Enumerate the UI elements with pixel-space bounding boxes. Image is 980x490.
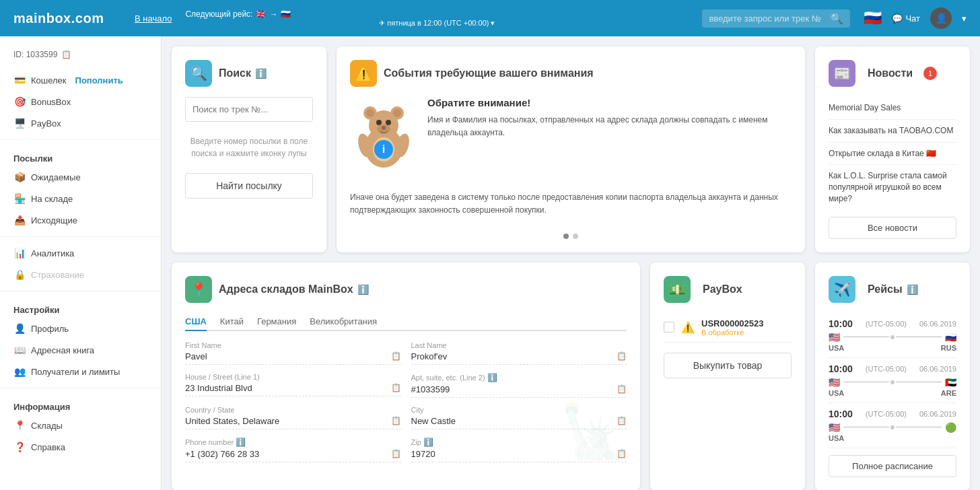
apt-info-icon[interactable]: ℹ️ xyxy=(487,373,497,382)
address-card-header: 📍 Адреса складов MainBox ℹ️ xyxy=(185,276,627,303)
news-item-4[interactable]: Как L.O.L. Surprise стала самой популярн… xyxy=(829,165,956,209)
apt-field: Apt, suite, etc. (Line 2) ℹ️ #1033599 📋 xyxy=(411,373,627,398)
copy-country-icon[interactable]: 📋 xyxy=(391,416,401,425)
header-search-input[interactable] xyxy=(709,13,830,24)
avatar[interactable]: 👤 xyxy=(930,7,952,29)
sidebar-item-help[interactable]: ❓ Справка xyxy=(0,436,161,458)
zip-info-icon[interactable]: ℹ️ xyxy=(423,438,433,447)
country-labels-3: USA xyxy=(829,434,956,442)
flag-from-2: 🇺🇸 xyxy=(829,377,840,388)
tab-germany[interactable]: Германия xyxy=(257,313,296,331)
route-line-2 xyxy=(843,380,942,384)
flight-info: Следующий рейс: 🇬🇧 → 🇷🇺 ✈ пятница в 12:0… xyxy=(185,9,689,28)
sidebar-item-warehouses[interactable]: 📍 Склады xyxy=(0,415,161,436)
copy-zip-icon[interactable]: 📋 xyxy=(617,449,627,458)
sidebar-item-warehouse[interactable]: 🏪 На складе xyxy=(0,188,161,209)
outgoing-icon: 📤 xyxy=(13,215,26,225)
flight-schedule[interactable]: ✈ пятница в 12:00 (UTC +00:00) ▾ xyxy=(185,19,689,28)
tab-usa[interactable]: США xyxy=(185,313,207,331)
bonusbox-icon: 🎯 xyxy=(13,96,26,107)
segment-1 xyxy=(843,337,889,337)
first-name-value: Pavel xyxy=(185,351,388,361)
news-item-1[interactable]: Memorial Day Sales xyxy=(829,97,956,120)
header-search-area[interactable]: 🔍 xyxy=(702,9,850,28)
from-country-1: USA xyxy=(829,344,844,352)
flag-to-1: 🇷🇺 xyxy=(945,332,956,343)
sidebar-item-paybox[interactable]: 🖥️ PayBox xyxy=(0,112,161,134)
logo[interactable]: mainbox.com xyxy=(13,11,121,26)
copy-phone-icon[interactable]: 📋 xyxy=(391,449,401,458)
chevron-down-icon[interactable]: ▾ xyxy=(962,13,967,24)
copy-apt-icon[interactable]: 📋 xyxy=(617,384,627,394)
address-info-icon[interactable]: ℹ️ xyxy=(357,284,369,295)
paybox-icon: 💵 xyxy=(669,281,686,298)
address-card-title-area: Адреса складов MainBox ℹ️ xyxy=(219,283,369,295)
track-search-button[interactable]: 🔍 xyxy=(312,98,313,121)
events-alert-title: Обратите внимание! xyxy=(427,97,792,108)
sidebar-item-bonusbox[interactable]: 🎯 BonusBox xyxy=(0,91,161,112)
copy-city-icon[interactable]: 📋 xyxy=(617,416,627,425)
name-row: First Name Pavel 📋 Last Name Prokof'ev 📋 xyxy=(185,341,627,365)
flag-ru-header[interactable]: 🇷🇺 xyxy=(864,9,882,27)
paybox-item-status: В обработке xyxy=(701,328,792,337)
flight-time-3: 10:00 xyxy=(829,409,853,419)
country-label: Country / State xyxy=(185,406,401,414)
sidebar-item-profile[interactable]: 👤 Профиль xyxy=(0,318,161,339)
flights-info-icon[interactable]: ℹ️ xyxy=(907,284,918,295)
wallet-icon: 💳 xyxy=(13,75,26,85)
wallet-topup-link[interactable]: Пополнить xyxy=(75,75,123,85)
search-card-header: 🔍 Поиск ℹ️ xyxy=(185,60,313,87)
flag-to-2: 🇦🇪 xyxy=(945,377,956,388)
sidebar-item-wallet[interactable]: 💳 Кошелек Пополнить xyxy=(0,69,161,91)
route-line-3 xyxy=(843,425,942,429)
news-icon: 📰 xyxy=(834,65,851,81)
sidebar-item-expected[interactable]: 📦 Ожидаемые xyxy=(0,166,161,188)
flight-date-2: 06.06.2019 xyxy=(919,365,956,373)
alert-icon: ⚠️ xyxy=(355,65,372,81)
recipients-icon: 👥 xyxy=(13,366,26,377)
zip-label: Zip ℹ️ xyxy=(411,438,627,447)
from-country-2: USA xyxy=(829,389,844,397)
country-value: United States, Delaware xyxy=(185,416,388,426)
paybox-checkbox[interactable] xyxy=(664,322,674,332)
chat-button[interactable]: 💬 Чат xyxy=(892,13,920,24)
nav-home-link[interactable]: В начало xyxy=(135,13,172,24)
events-text: Обратите внимание! Имя и Фамилия на посы… xyxy=(427,97,792,139)
header-search-icon[interactable]: 🔍 xyxy=(830,12,843,25)
paybox-card: 💵 PayBox ⚠️ USR000002523 В обработке Вык… xyxy=(650,262,805,490)
tab-uk[interactable]: Великобритания xyxy=(310,313,377,331)
all-news-button[interactable]: Все новости xyxy=(829,217,956,239)
phone-info-icon[interactable]: ℹ️ xyxy=(236,438,246,447)
copy-firstname-icon[interactable]: 📋 xyxy=(391,351,401,361)
country-labels-2: USA ARE xyxy=(829,389,956,397)
news-item-3[interactable]: Открытие склада в Китае 🇨🇳 xyxy=(829,143,956,166)
copy-id-icon[interactable]: 📋 xyxy=(61,50,71,59)
copy-street-icon[interactable]: 📋 xyxy=(391,383,401,392)
copy-lastname-icon[interactable]: 📋 xyxy=(617,351,627,361)
find-parcel-button[interactable]: Найти посылку xyxy=(185,173,313,199)
paybox-sidebar-icon: 🖥️ xyxy=(13,118,26,129)
sidebar-item-analytics[interactable]: 📊 Аналитика xyxy=(0,242,161,264)
dot-2[interactable] xyxy=(573,234,578,239)
full-schedule-button[interactable]: Полное расписание xyxy=(829,455,956,477)
search-card-title: Поиск xyxy=(219,67,251,79)
flights-card-icon: ✈️ xyxy=(829,276,855,303)
sidebar-item-recipients[interactable]: 👥 Получатели и лимиты xyxy=(0,361,161,382)
phone-field: Phone number ℹ️ +1 (302) 766 28 33 📋 xyxy=(185,438,401,462)
dot-mid-3 xyxy=(890,425,895,429)
news-item-2[interactable]: Как заказывать на TAOBAO.COM xyxy=(829,120,956,143)
search-input-row[interactable]: 🔍 xyxy=(185,97,313,122)
search-info-icon[interactable]: ℹ️ xyxy=(255,68,267,79)
events-card: ⚠️ События требующие вашего внимания xyxy=(337,46,805,252)
track-search-input[interactable] xyxy=(186,99,312,120)
sidebar-item-address-book[interactable]: 📖 Адресная книга xyxy=(0,339,161,361)
tab-china[interactable]: Китай xyxy=(220,313,244,331)
insurance-icon: 🔒 xyxy=(13,269,26,280)
events-content: i Обратите внимание! Имя и Фамилия на по… xyxy=(350,97,792,171)
address-tabs: США Китай Германия Великобритания xyxy=(185,313,627,331)
buy-goods-button[interactable]: Выкупить товар xyxy=(664,353,792,378)
flights-card: ✈️ Рейсы ℹ️ 10:00 (UTC-05:00) 06.06.2019… xyxy=(815,262,970,490)
sidebar-item-outgoing[interactable]: 📤 Исходящие xyxy=(0,209,161,231)
sidebar-item-insurance[interactable]: 🔒 Страхование xyxy=(0,264,161,285)
dot-1[interactable] xyxy=(563,234,569,239)
